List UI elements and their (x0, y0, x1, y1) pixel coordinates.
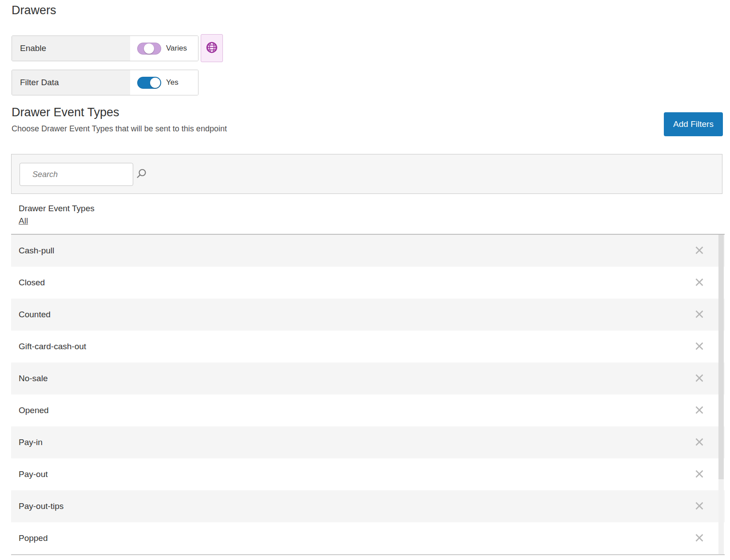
filter-data-state-label: Yes (166, 78, 179, 87)
select-all-link[interactable]: All (19, 216, 28, 226)
enable-state-label: Varies (166, 44, 187, 53)
globe-icon (206, 41, 218, 55)
x-icon (694, 373, 704, 384)
page-title: Drawers (12, 4, 56, 17)
list-item-label: Pay-out-tips (19, 501, 694, 511)
list-item-label: Gift-card-cash-out (19, 342, 694, 351)
add-filters-button[interactable]: Add Filters (664, 112, 723, 136)
enable-toggle[interactable] (137, 43, 161, 55)
remove-item-button[interactable] (694, 278, 704, 288)
filter-data-toggle[interactable] (137, 77, 161, 89)
toggle-knob (150, 78, 160, 88)
globe-button[interactable] (201, 34, 223, 62)
filter-data-setting-row: Filter Data Yes (12, 70, 198, 95)
remove-item-button[interactable] (694, 533, 704, 543)
x-icon (694, 405, 704, 416)
list-scrollbar (718, 235, 724, 554)
remove-item-button[interactable] (694, 374, 704, 383)
remove-item-button[interactable] (694, 469, 704, 479)
scrollbar-thumb[interactable] (718, 235, 724, 479)
list-item-label: Pay-in (19, 438, 694, 447)
x-icon (694, 277, 704, 288)
enable-control: Varies (130, 36, 198, 61)
filter-data-control: Yes (130, 70, 198, 95)
remove-item-button[interactable] (694, 246, 704, 256)
list-item: Pay-out (11, 458, 725, 490)
list-item-label: Opened (19, 406, 694, 415)
list-item: Gift-card-cash-out (11, 331, 725, 363)
list-item: Closed (11, 267, 725, 299)
toggle-knob (144, 43, 154, 54)
x-icon (694, 309, 704, 320)
filter-data-label: Filter Data (12, 70, 130, 95)
x-icon (694, 341, 704, 352)
list-item: Counted (11, 299, 725, 331)
list-item-label: Closed (19, 278, 694, 288)
search-input[interactable] (20, 163, 135, 185)
list-item: Pay-in (11, 426, 725, 458)
list-item: Pay-out-tips (11, 490, 725, 522)
remove-item-button[interactable] (694, 438, 704, 447)
list-item-label: Cash-pull (19, 246, 694, 256)
remove-item-button[interactable] (694, 406, 704, 415)
search-panel (11, 154, 722, 194)
list-column-header: Drawer Event Types (19, 204, 95, 213)
list-item: Cash-pull (11, 235, 725, 267)
list-item-label: Popped (19, 533, 694, 543)
x-icon (694, 469, 704, 480)
remove-item-button[interactable] (694, 501, 704, 511)
search-button[interactable] (135, 163, 147, 185)
remove-item-button[interactable] (694, 342, 704, 351)
list-item: Popped (11, 522, 725, 554)
x-icon (694, 533, 704, 544)
enable-label: Enable (12, 36, 130, 61)
event-type-list: Cash-pull Closed Counted (11, 234, 725, 555)
list-item: Opened (11, 394, 725, 426)
list-item-label: Pay-out (19, 469, 694, 479)
list-item-label: No-sale (19, 374, 694, 383)
remove-item-button[interactable] (694, 310, 704, 319)
x-icon (694, 501, 704, 512)
section-title: Drawer Event Types (12, 106, 119, 119)
x-icon (694, 245, 704, 256)
section-subtitle: Choose Drawer Event Types that will be s… (12, 124, 227, 134)
list-item: No-sale (11, 363, 725, 394)
list-item-label: Counted (19, 310, 694, 319)
search-box (20, 163, 133, 186)
search-icon (135, 168, 147, 181)
x-icon (694, 437, 704, 448)
enable-setting-row: Enable Varies (12, 35, 198, 61)
event-type-rows: Cash-pull Closed Counted (11, 235, 725, 554)
